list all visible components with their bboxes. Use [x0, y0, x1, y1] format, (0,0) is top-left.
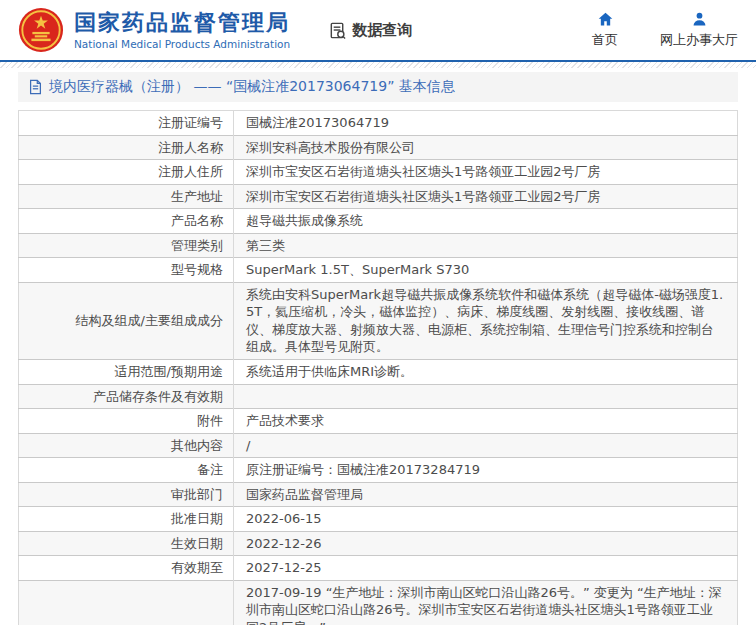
- table-row: 备注 原注册证编号：国械注准20173284719: [19, 458, 738, 483]
- table-row: 生效日期 2022-12-26: [19, 531, 738, 556]
- row-value: 深圳市宝安区石岩街道塘头社区塘头1号路领亚工业园2号厂房: [234, 160, 738, 185]
- nav-service-hall-label: 网上办事大厅: [660, 31, 738, 49]
- row-value: 国械注准20173064719: [234, 111, 738, 136]
- data-query-label: 数据查询: [352, 21, 412, 40]
- table-row: 审批部门 国家药品监督管理局: [19, 482, 738, 507]
- table-row: 其他内容 /: [19, 433, 738, 458]
- main-content: 境内医疗器械（注册） —— “国械注准20173064719” 基本信息 注册证…: [18, 72, 738, 625]
- row-value: [234, 384, 738, 409]
- table-row: 产品储存条件及有效期: [19, 384, 738, 409]
- row-value: 深圳市宝安区石岩街道塘头社区塘头1号路领亚工业园2号厂房: [234, 184, 738, 209]
- row-label: 审批部门: [19, 482, 234, 507]
- row-value: 2022-12-26: [234, 531, 738, 556]
- row-label: 管理类别: [19, 233, 234, 258]
- row-label: 附件: [19, 409, 234, 434]
- row-value: 2022-06-15: [234, 507, 738, 532]
- document-icon: [28, 79, 43, 95]
- national-emblem-icon: [18, 7, 64, 53]
- row-label: 产品名称: [19, 209, 234, 234]
- table-row: 管理类别 第三类: [19, 233, 738, 258]
- row-label: 注册人名称: [19, 135, 234, 160]
- row-value: SuperMark 1.5T、SuperMark S730: [234, 258, 738, 283]
- row-value: 系统适用于供临床MRI诊断。: [234, 360, 738, 385]
- table-row: 附件 产品技术要求: [19, 409, 738, 434]
- data-query-icon: [328, 21, 347, 40]
- breadcrumb: 境内医疗器械（注册） —— “国械注准20173064719” 基本信息: [18, 72, 738, 102]
- table-row: 批准日期 2022-06-15: [19, 507, 738, 532]
- agency-titles: 国家药品监督管理局 National Medical Products Admi…: [74, 10, 290, 49]
- site-header: 国家药品监督管理局 National Medical Products Admi…: [0, 0, 756, 62]
- breadcrumb-text: 境内医疗器械（注册） —— “国械注准20173064719” 基本信息: [49, 78, 455, 96]
- row-value: 2017-09-19 “生产地址：深圳市南山区蛇口沿山路26号。” 变更为 “生…: [234, 580, 738, 625]
- table-row: 产品名称 超导磁共振成像系统: [19, 209, 738, 234]
- table-row: 注册人名称 深圳安科高技术股份有限公司: [19, 135, 738, 160]
- table-row: 适用范围/预期用途 系统适用于供临床MRI诊断。: [19, 360, 738, 385]
- row-value: /: [234, 433, 738, 458]
- table-body: 注册证编号 国械注准20173064719 注册人名称 深圳安科高技术股份有限公…: [19, 111, 738, 625]
- row-value: 国家药品监督管理局: [234, 482, 738, 507]
- row-label: 其他内容: [19, 433, 234, 458]
- row-label: 备注: [19, 458, 234, 483]
- nav-home-label: 首页: [592, 31, 618, 49]
- row-label: 生产地址: [19, 184, 234, 209]
- nav-service-hall[interactable]: 网上办事大厅: [660, 11, 738, 49]
- row-value: 深圳安科高技术股份有限公司: [234, 135, 738, 160]
- agency-title: 国家药品监督管理局: [74, 10, 290, 35]
- person-icon: [691, 11, 708, 28]
- row-label: 产品储存条件及有效期: [19, 384, 234, 409]
- row-value: 超导磁共振成像系统: [234, 209, 738, 234]
- row-value: 2027-12-25: [234, 556, 738, 581]
- row-value: 原注册证编号：国械注准20173284719: [234, 458, 738, 483]
- row-label: 型号规格: [19, 258, 234, 283]
- table-row: 变更情况 2017-09-19 “生产地址：深圳市南山区蛇口沿山路26号。” 变…: [19, 580, 738, 625]
- row-label: 批准日期: [19, 507, 234, 532]
- registration-info-table: 注册证编号 国械注准20173064719 注册人名称 深圳安科高技术股份有限公…: [18, 110, 738, 625]
- nav-home[interactable]: 首页: [592, 11, 618, 49]
- agency-subtitle: National Medical Products Administration: [74, 38, 290, 50]
- table-row: 生产地址 深圳市宝安区石岩街道塘头社区塘头1号路领亚工业园2号厂房: [19, 184, 738, 209]
- row-label: 注册证编号: [19, 111, 234, 136]
- row-label: 有效期至: [19, 556, 234, 581]
- hatched-divider: [0, 62, 756, 68]
- home-icon: [597, 11, 614, 28]
- table-row: 型号规格 SuperMark 1.5T、SuperMark S730: [19, 258, 738, 283]
- row-value: 产品技术要求: [234, 409, 738, 434]
- row-label: 注册人住所: [19, 160, 234, 185]
- row-value: 第三类: [234, 233, 738, 258]
- row-label: 适用范围/预期用途: [19, 360, 234, 385]
- table-row: 注册证编号 国械注准20173064719: [19, 111, 738, 136]
- row-label: 结构及组成/主要组成成分: [19, 282, 234, 359]
- row-label: 变更情况: [19, 580, 234, 625]
- row-value: 系统由安科SuperMark超导磁共振成像系统软件和磁体系统（超导磁体-磁场强度…: [234, 282, 738, 359]
- table-row: 注册人住所 深圳市宝安区石岩街道塘头社区塘头1号路领亚工业园2号厂房: [19, 160, 738, 185]
- table-row: 结构及组成/主要组成成分 系统由安科SuperMark超导磁共振成像系统软件和磁…: [19, 282, 738, 359]
- data-query-tab[interactable]: 数据查询: [328, 21, 412, 40]
- row-label: 生效日期: [19, 531, 234, 556]
- table-row: 有效期至 2027-12-25: [19, 556, 738, 581]
